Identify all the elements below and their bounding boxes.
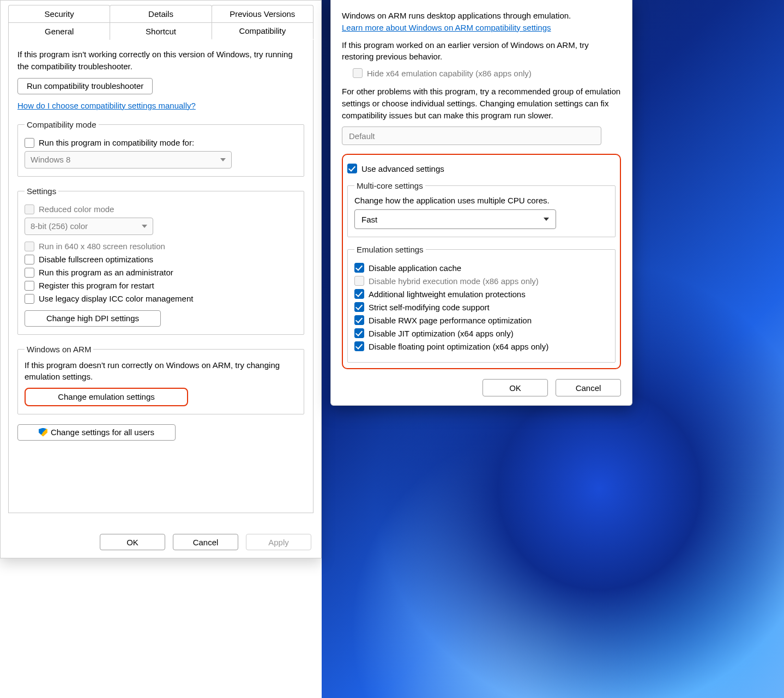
checkbox-emulation-option[interactable] xyxy=(354,341,364,351)
emulation-option-row: Disable RWX page performance optimizatio… xyxy=(354,315,608,325)
label-emulation-option: Disable RWX page performance optimizatio… xyxy=(369,316,532,325)
group-windows-on-arm: Windows on ARM If this program doesn't r… xyxy=(17,345,304,414)
select-preset[interactable]: Default xyxy=(342,127,601,145)
legend-compat-mode: Compatibility mode xyxy=(25,120,99,129)
label-run-admin: Run this program as an administrator xyxy=(39,268,173,277)
checkbox-register-restart[interactable] xyxy=(25,281,34,291)
tab-strip: Security Details Previous Versions Gener… xyxy=(1,5,321,40)
group-settings: Settings Reduced color mode 8-bit (256) … xyxy=(17,186,304,335)
checkbox-run-640 xyxy=(25,242,34,251)
tab-security[interactable]: Security xyxy=(8,5,110,22)
compatibility-panel: If this program isn't working correctly … xyxy=(8,40,313,513)
properties-dialog: Security Details Previous Versions Gener… xyxy=(0,0,322,558)
select-compat-os-value: Windows 8 xyxy=(31,155,70,164)
checkbox-disable-fullscreen[interactable] xyxy=(25,255,34,264)
checkbox-emulation-option[interactable] xyxy=(354,302,364,312)
legend-emulation: Emulation settings xyxy=(354,245,426,254)
checkbox-legacy-icc[interactable] xyxy=(25,294,34,304)
ok-button[interactable]: OK xyxy=(483,379,548,396)
checkbox-emulation-option[interactable] xyxy=(354,328,364,338)
label-run-640: Run in 640 x 480 screen resolution xyxy=(39,242,165,251)
label-emulation-option: Strict self-modifying code support xyxy=(369,303,490,312)
select-multicore[interactable]: Fast xyxy=(354,209,556,229)
label-reduced-color: Reduced color mode xyxy=(39,204,114,214)
label-emulation-option: Disable application cache xyxy=(369,263,461,273)
text-arm-intro-line: Windows on ARM runs desktop applications… xyxy=(342,11,571,20)
text-multicore: Change how the application uses multiple… xyxy=(354,196,608,205)
select-multicore-value: Fast xyxy=(361,215,377,224)
checkbox-use-advanced[interactable] xyxy=(347,164,357,173)
label-emulation-option: Disable hybrid execution mode (x86 apps … xyxy=(369,276,539,286)
change-high-dpi-button[interactable]: Change high DPI settings xyxy=(25,310,161,327)
text-arm-intro: Windows on ARM runs desktop applications… xyxy=(342,10,621,34)
select-compat-os[interactable]: Windows 8 xyxy=(25,151,232,169)
legend-settings: Settings xyxy=(25,186,58,196)
checkbox-hide-x64 xyxy=(353,68,363,78)
help-link[interactable]: How do I choose compatibility settings m… xyxy=(17,101,196,110)
chevron-down-icon xyxy=(142,225,147,228)
label-disable-fullscreen: Disable fullscreen optimizations xyxy=(39,255,153,264)
tab-previous-versions[interactable]: Previous Versions xyxy=(212,5,313,22)
legend-multicore: Multi-core settings xyxy=(354,181,425,190)
emulation-option-row: Disable application cache xyxy=(354,263,608,273)
emulation-settings-dialog: Windows on ARM runs desktop applications… xyxy=(330,0,632,406)
emulation-option-row: Disable JIT optimization (x64 apps only) xyxy=(354,328,608,338)
checkbox-emulation-option[interactable] xyxy=(354,289,364,299)
change-emulation-settings-button[interactable]: Change emulation settings xyxy=(25,388,188,406)
label-register-restart: Register this program for restart xyxy=(39,281,154,290)
tab-shortcut[interactable]: Shortcut xyxy=(110,22,212,40)
group-compatibility-mode: Compatibility mode Run this program in c… xyxy=(17,120,304,177)
group-multicore: Multi-core settings Change how the appli… xyxy=(347,181,616,237)
chevron-down-icon xyxy=(544,218,549,221)
tab-general[interactable]: General xyxy=(8,22,110,40)
emulation-option-row: Strict self-modifying code support xyxy=(354,302,608,312)
label-use-advanced: Use advanced settings xyxy=(361,164,444,173)
cancel-button[interactable]: Cancel xyxy=(556,379,621,396)
cancel-button[interactable]: Cancel xyxy=(173,534,238,550)
select-color-depth: 8-bit (256) color xyxy=(25,218,153,235)
text-other-problems: For other problems with this program, tr… xyxy=(342,86,621,121)
checkbox-emulation-option[interactable] xyxy=(354,315,364,325)
run-troubleshooter-button[interactable]: Run compatibility troubleshooter xyxy=(17,78,153,94)
label-emulation-option: Disable JIT optimization (x64 apps only) xyxy=(369,329,514,338)
checkbox-emulation-option[interactable] xyxy=(354,263,364,273)
label-change-all-users: Change settings for all users xyxy=(51,428,154,437)
label-hide-x64: Hide x64 emulation capability (x86 apps … xyxy=(367,69,532,78)
emulation-option-row: Disable floating point optimization (x64… xyxy=(354,341,608,351)
emulation-option-row: Additional lightweight emulation protect… xyxy=(354,289,608,299)
checkbox-compat-mode-label: Run this program in compatibility mode f… xyxy=(39,138,194,147)
change-settings-all-users-button[interactable]: Change settings for all users xyxy=(17,424,176,441)
checkbox-emulation-option xyxy=(354,276,364,286)
checkbox-compat-mode[interactable] xyxy=(25,138,34,148)
label-emulation-option: Disable floating point optimization (x64… xyxy=(369,342,548,351)
checkbox-reduced-color xyxy=(25,204,34,214)
advanced-settings-highlight: Use advanced settings Multi-core setting… xyxy=(342,154,621,369)
select-color-depth-value: 8-bit (256) color xyxy=(31,221,88,231)
text-arm: If this program doesn't run correctly on… xyxy=(25,359,297,382)
emulation-option-row: Disable hybrid execution mode (x86 apps … xyxy=(354,276,608,286)
tab-compatibility[interactable]: Compatibility xyxy=(212,22,313,40)
group-emulation-settings: Emulation settings Disable application c… xyxy=(347,245,616,363)
select-preset-value: Default xyxy=(349,131,375,141)
apply-button: Apply xyxy=(246,534,311,550)
chevron-down-icon xyxy=(220,158,226,161)
label-emulation-option: Additional lightweight emulation protect… xyxy=(369,290,526,299)
legend-arm: Windows on ARM xyxy=(25,345,93,354)
ok-button[interactable]: OK xyxy=(100,534,165,550)
checkbox-run-admin[interactable] xyxy=(25,268,34,278)
shield-icon xyxy=(39,428,47,437)
text-restore-previous: If this program worked on an earlier ver… xyxy=(342,39,621,63)
intro-text: If this program isn't working correctly … xyxy=(17,49,304,73)
label-legacy-icc: Use legacy display ICC color management xyxy=(39,294,193,303)
tab-details[interactable]: Details xyxy=(110,5,212,22)
learn-more-link[interactable]: Learn more about Windows on ARM compatib… xyxy=(342,23,551,32)
